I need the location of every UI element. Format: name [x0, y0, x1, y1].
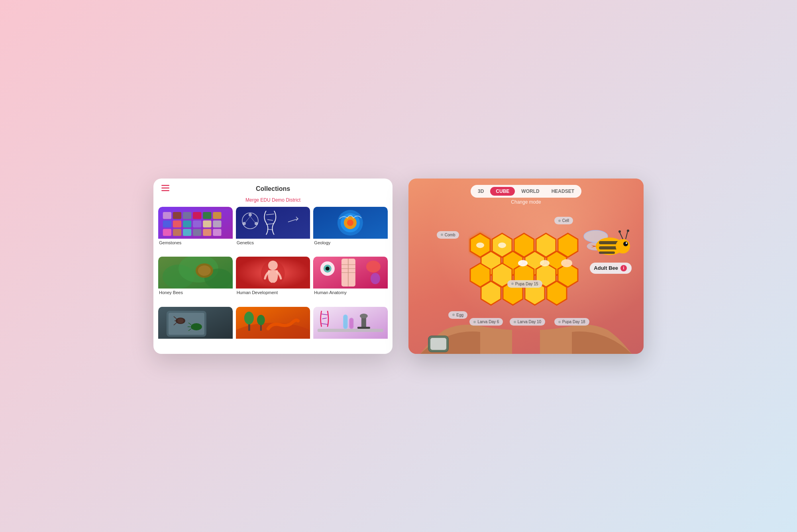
hamburger-icon[interactable]: [161, 185, 169, 193]
info-icon[interactable]: i: [620, 265, 627, 271]
svg-rect-21: [213, 229, 221, 236]
collections-grid: Gemstones: [153, 207, 393, 354]
tag-egg-label: Egg: [456, 313, 463, 317]
svg-rect-17: [173, 229, 181, 236]
grid-item-dinosaurs[interactable]: [236, 307, 310, 349]
geology-label: Geology: [313, 239, 388, 247]
dinosaurs-label: [236, 339, 310, 342]
svg-point-117: [626, 242, 627, 244]
tag-comb-label: Comb: [445, 233, 455, 237]
mode-btn-cube[interactable]: CUBE: [490, 187, 515, 196]
svg-point-106: [561, 259, 572, 267]
svg-rect-77: [318, 329, 383, 332]
tag-pupa-18-label: Pupa Day 18: [562, 320, 585, 324]
svg-rect-4: [163, 212, 171, 219]
svg-rect-14: [203, 220, 211, 227]
ar-viewer-panel: 3D CUBE WORLD HEADSET Change mode: [408, 179, 644, 354]
svg-rect-0: [161, 185, 169, 186]
svg-rect-20: [203, 229, 211, 236]
svg-rect-6: [183, 212, 191, 219]
svg-point-115: [616, 239, 630, 253]
svg-rect-19: [193, 229, 201, 236]
change-mode-label: Change mode: [511, 199, 541, 205]
tag-comb[interactable]: Comb: [437, 231, 459, 239]
grid-item-gemstones[interactable]: Gemstones: [158, 207, 233, 254]
tag-larva-10-label: Larva Day 10: [518, 320, 541, 324]
tag-larva-day-6[interactable]: Larva Day 6: [469, 318, 503, 326]
svg-point-119: [618, 230, 621, 233]
svg-line-118: [620, 232, 623, 239]
tag-larva-6-label: Larva Day 6: [477, 320, 499, 324]
svg-point-108: [498, 242, 506, 248]
tag-adult-bee[interactable]: Adult Bee i: [590, 263, 632, 274]
grid-item-human-development[interactable]: Human Development: [236, 257, 310, 304]
svg-rect-16: [163, 229, 171, 236]
lab-label: [313, 339, 388, 342]
svg-rect-112: [599, 241, 619, 244]
human-development-label: Human Development: [236, 289, 310, 296]
mode-bar: 3D CUBE WORLD HEADSET: [471, 185, 581, 198]
svg-point-104: [518, 260, 528, 266]
svg-rect-9: [213, 212, 221, 219]
svg-rect-114: [599, 251, 615, 254]
main-container: Collections Merge EDU Demo District: [153, 179, 644, 354]
adult-bee-label: Adult Bee: [594, 265, 618, 271]
insects-label: [158, 339, 233, 342]
tag-cell[interactable]: Cell: [554, 217, 573, 224]
svg-point-73: [244, 312, 253, 324]
tag-dot: [558, 220, 561, 222]
svg-rect-2: [161, 190, 169, 191]
tag-pupa-day-18[interactable]: Pupa Day 18: [554, 318, 589, 326]
panel-title: Collections: [256, 185, 290, 192]
svg-rect-13: [193, 220, 201, 227]
svg-rect-15: [213, 220, 221, 227]
svg-rect-22: [236, 207, 310, 239]
svg-rect-85: [349, 318, 353, 329]
collections-panel: Collections Merge EDU Demo District: [153, 179, 393, 354]
svg-point-107: [476, 242, 484, 248]
svg-rect-11: [173, 220, 181, 227]
svg-point-29: [242, 222, 245, 225]
mode-btn-headset[interactable]: HEADSET: [546, 187, 580, 196]
svg-point-105: [540, 260, 550, 266]
svg-line-120: [626, 232, 628, 239]
panel-header: Collections: [153, 179, 393, 196]
grid-item-honeybees[interactable]: Honey Bees: [158, 257, 233, 304]
genetics-label: Genetics: [236, 239, 310, 247]
svg-point-116: [623, 241, 628, 246]
svg-rect-7: [193, 212, 201, 219]
grid-item-genetics[interactable]: Genetics: [236, 207, 310, 254]
tag-egg[interactable]: Egg: [448, 311, 467, 319]
tag-larva-day-10[interactable]: Larva Day 10: [510, 318, 545, 326]
mode-btn-3d[interactable]: 3D: [472, 187, 489, 196]
svg-rect-12: [183, 220, 191, 227]
svg-rect-83: [357, 327, 370, 329]
svg-point-82: [360, 314, 368, 318]
svg-rect-10: [163, 220, 171, 227]
grid-item-geology[interactable]: Geology: [313, 207, 388, 254]
human-anatomy-label: Human Anatomy: [313, 289, 388, 296]
honeybees-label: Honey Bees: [158, 289, 233, 296]
svg-point-30: [254, 222, 257, 225]
svg-rect-123: [430, 338, 446, 350]
svg-point-62: [177, 318, 184, 323]
tag-pupa-day-15[interactable]: Pupa Day 15: [507, 280, 542, 288]
grid-item-human-anatomy[interactable]: Human Anatomy: [313, 257, 388, 304]
svg-point-66: [191, 323, 202, 330]
svg-rect-1: [161, 187, 169, 188]
grid-item-lab[interactable]: [313, 307, 388, 349]
tag-cell-label: Cell: [562, 218, 569, 223]
svg-point-57: [371, 273, 380, 284]
svg-rect-84: [344, 315, 347, 329]
svg-point-28: [248, 213, 251, 216]
svg-point-37: [347, 220, 353, 226]
district-label: Merge EDU Demo District: [153, 196, 393, 207]
gemstones-label: Gemstones: [158, 239, 233, 247]
mode-btn-world[interactable]: WORLD: [516, 187, 545, 196]
svg-rect-5: [173, 212, 181, 219]
grid-item-insects[interactable]: [158, 307, 233, 349]
tag-dot-comb: [441, 234, 443, 236]
svg-rect-18: [183, 229, 191, 236]
svg-point-50: [326, 267, 330, 271]
svg-point-56: [366, 261, 381, 273]
